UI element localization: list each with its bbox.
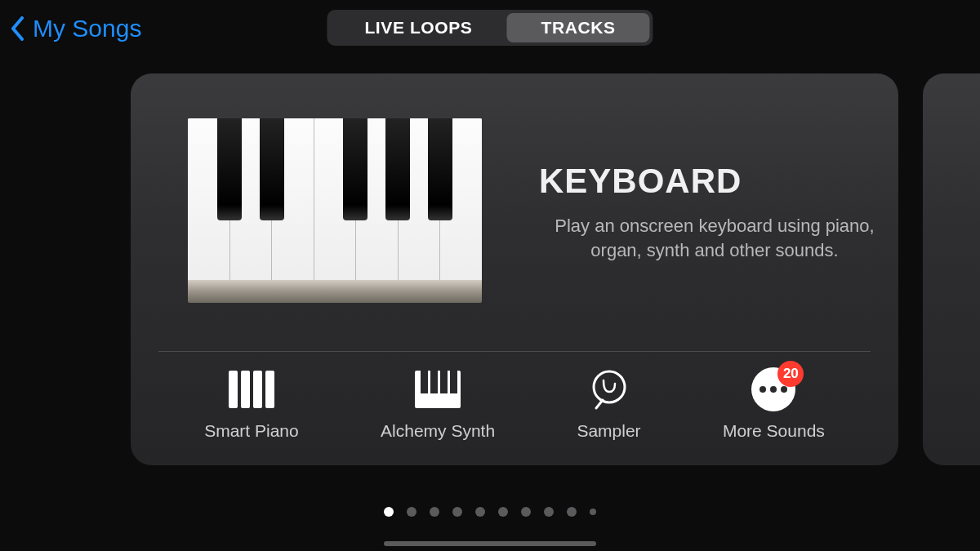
option-label: Sampler bbox=[577, 421, 640, 441]
keyboard-illustration bbox=[188, 118, 482, 306]
segment-live-loops[interactable]: LIVE LOOPS bbox=[330, 13, 506, 42]
instrument-carousel[interactable]: KEYBOARD Play an onscreen keyboard using… bbox=[0, 73, 980, 482]
page-dot[interactable] bbox=[498, 507, 508, 517]
more-sounds-icon: 20 bbox=[742, 367, 804, 411]
page-dot[interactable] bbox=[430, 507, 439, 517]
back-label: My Songs bbox=[33, 15, 141, 42]
option-label: Smart Piano bbox=[204, 421, 299, 441]
option-label: Alchemy Synth bbox=[381, 421, 495, 441]
chevron-left-icon bbox=[10, 16, 24, 41]
page-dot[interactable] bbox=[567, 507, 577, 517]
home-indicator[interactable] bbox=[384, 541, 596, 546]
instrument-options: Smart Piano Alchemy Synth Sampler bbox=[131, 367, 898, 441]
page-dot[interactable] bbox=[544, 507, 554, 517]
page-dot[interactable] bbox=[521, 507, 531, 517]
smart-piano-icon bbox=[220, 367, 283, 411]
more-sounds-badge: 20 bbox=[777, 361, 804, 387]
carousel-card-keyboard[interactable]: KEYBOARD Play an onscreen keyboard using… bbox=[131, 73, 898, 465]
page-dot[interactable] bbox=[590, 509, 596, 515]
svg-point-0 bbox=[594, 371, 625, 402]
option-sampler[interactable]: Sampler bbox=[577, 367, 640, 441]
page-dot[interactable] bbox=[452, 507, 462, 517]
page-dot[interactable] bbox=[407, 507, 416, 517]
carousel-card-next[interactable] bbox=[923, 73, 980, 465]
back-button[interactable]: My Songs bbox=[10, 15, 141, 42]
page-dot[interactable] bbox=[475, 507, 485, 517]
alchemy-synth-icon bbox=[407, 367, 469, 411]
segment-tracks[interactable]: TRACKS bbox=[506, 13, 649, 42]
option-label: More Sounds bbox=[723, 421, 825, 441]
option-alchemy-synth[interactable]: Alchemy Synth bbox=[381, 367, 495, 441]
option-more-sounds[interactable]: 20 More Sounds bbox=[723, 367, 825, 441]
page-dot[interactable] bbox=[384, 507, 394, 517]
sampler-icon bbox=[578, 367, 640, 411]
divider bbox=[158, 351, 871, 352]
pagination-dots[interactable] bbox=[384, 507, 596, 517]
instrument-description: Play an onscreen keyboard using piano, o… bbox=[539, 214, 890, 262]
option-smart-piano[interactable]: Smart Piano bbox=[204, 367, 299, 441]
mode-segmented-control: LIVE LOOPS TRACKS bbox=[327, 10, 653, 46]
instrument-title: KEYBOARD bbox=[539, 162, 890, 201]
